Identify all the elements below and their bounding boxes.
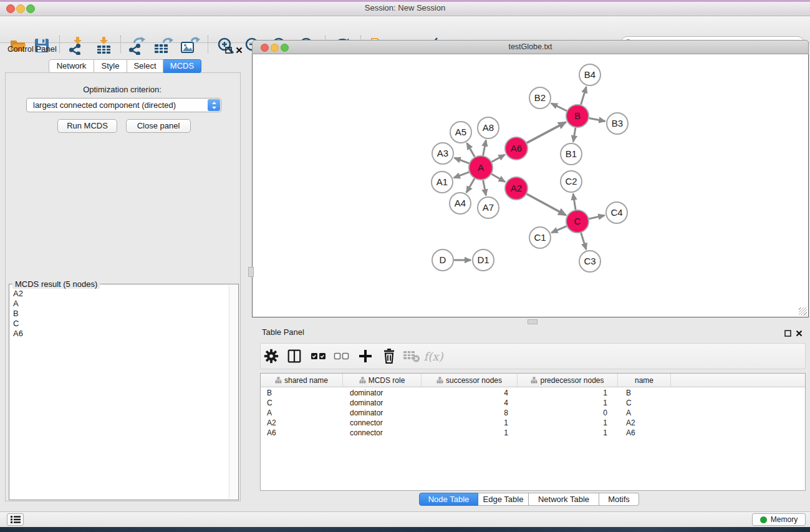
mcds-result-item[interactable]: C: [13, 319, 229, 329]
graph-edge-B-B4[interactable]: [581, 87, 587, 105]
split-divider-handle[interactable]: [248, 267, 254, 277]
table-cell[interactable]: A: [618, 408, 671, 418]
network-window-titlebar[interactable]: testGlobe.txt: [252, 40, 809, 54]
tab-mcds[interactable]: MCDS: [163, 59, 201, 73]
graph-edge-B-B1[interactable]: [573, 128, 576, 142]
mcds-result-scrollbar[interactable]: [229, 285, 238, 499]
column-header-name[interactable]: name: [618, 374, 671, 387]
table-panel-close-icon[interactable]: [796, 328, 803, 339]
graph-edge-A-A4[interactable]: [466, 178, 475, 192]
graph-edge-A-A6[interactable]: [492, 155, 505, 162]
network-close-button[interactable]: [261, 44, 269, 52]
minimize-window-button[interactable]: [16, 4, 25, 13]
close-window-button[interactable]: [6, 4, 15, 13]
graph-edge-A-A2[interactable]: [491, 174, 505, 181]
table-row[interactable]: A6connector11A6: [261, 428, 805, 438]
column-header-successor-nodes[interactable]: successor nodes: [422, 374, 518, 387]
tab-motifs[interactable]: Motifs: [599, 493, 639, 506]
add-column-icon[interactable]: [355, 346, 376, 367]
table-cell[interactable]: 1: [518, 398, 618, 408]
control-panel-close-icon[interactable]: [236, 45, 243, 56]
graph-edge-A-A5[interactable]: [467, 143, 475, 157]
task-history-button[interactable]: [7, 513, 24, 526]
import-table-icon[interactable]: [93, 34, 115, 57]
table-cell[interactable]: 1: [518, 418, 618, 428]
table-cell[interactable]: 8: [422, 408, 518, 418]
import-network-icon[interactable]: [65, 34, 87, 57]
graph-edge-A-A1[interactable]: [454, 172, 469, 178]
network-maximize-button[interactable]: [281, 44, 289, 52]
table-cell[interactable]: C: [261, 398, 343, 408]
network-canvas[interactable]: B4B2BB3A5A8A6A3AB1A1A2C2A4A7C4CC1DD1C3: [252, 54, 809, 317]
optimization-criterion-select[interactable]: largest connected component (directed): [26, 98, 221, 112]
table-cell[interactable]: 4: [422, 398, 518, 408]
tab-network-table[interactable]: Network Table: [529, 493, 599, 506]
table-cell[interactable]: connector: [343, 428, 422, 438]
table-row[interactable]: Adominator80A: [261, 408, 805, 418]
table-row[interactable]: A2connector11A2: [261, 418, 805, 428]
graph-edge-A2-C[interactable]: [527, 194, 566, 215]
tab-select[interactable]: Select: [127, 59, 163, 73]
mcds-result-item[interactable]: B: [13, 309, 229, 319]
graph-edge-C-C4[interactable]: [589, 215, 605, 219]
table-cell[interactable]: 0: [518, 408, 618, 418]
table-row[interactable]: Cdominator41C: [261, 398, 805, 408]
column-header-shared-name[interactable]: shared name: [261, 374, 343, 387]
table-cell[interactable]: dominator: [343, 388, 422, 398]
maximize-window-button[interactable]: [26, 4, 35, 13]
graph-edge-A6-B[interactable]: [527, 122, 566, 143]
table-cell[interactable]: 1: [518, 388, 618, 398]
mcds-result-item[interactable]: A6: [13, 329, 229, 339]
table-cell[interactable]: C: [618, 398, 671, 408]
tab-style[interactable]: Style: [94, 59, 127, 73]
table-cell[interactable]: B: [261, 388, 343, 398]
memory-button[interactable]: Memory: [752, 513, 806, 526]
table-cell[interactable]: A2: [618, 418, 671, 428]
mcds-result-item[interactable]: A: [13, 299, 229, 309]
graph-edge-A-A8[interactable]: [483, 140, 486, 156]
tab-network[interactable]: Network: [49, 59, 94, 73]
table-cell[interactable]: A6: [618, 428, 671, 438]
table-panel-float-icon[interactable]: [784, 328, 791, 339]
export-table-icon[interactable]: [152, 34, 175, 57]
window-resize-grip[interactable]: [799, 307, 807, 316]
graph-edge-C-C2[interactable]: [573, 194, 576, 210]
mcds-result-list[interactable]: A2ABCA6: [10, 286, 229, 499]
table-cell[interactable]: 1: [422, 418, 518, 428]
delete-table-icon[interactable]: [401, 346, 422, 367]
columns-icon[interactable]: [284, 346, 305, 367]
tab-edge-table[interactable]: Edge Table: [478, 493, 529, 506]
export-image-icon[interactable]: [179, 34, 201, 57]
mcds-result-item[interactable]: A2: [13, 289, 229, 299]
graph-edge-B-B2[interactable]: [551, 104, 567, 111]
table-cell[interactable]: connector: [343, 418, 422, 428]
control-panel-float-icon[interactable]: [225, 45, 232, 56]
column-header-mcds-role[interactable]: MCDS role: [343, 374, 422, 387]
network-minimize-button[interactable]: [271, 44, 279, 52]
run-mcds-button[interactable]: Run MCDS: [57, 119, 117, 133]
graph-edge-A-A7[interactable]: [483, 180, 486, 196]
tab-node-table[interactable]: Node Table: [419, 493, 478, 506]
graph-edge-B-B3[interactable]: [589, 118, 605, 122]
close-panel-button[interactable]: Close panel: [126, 119, 191, 133]
split-divider-handle[interactable]: [528, 319, 538, 324]
graph-edge-C-C3[interactable]: [581, 233, 586, 249]
table-cell[interactable]: A: [261, 408, 343, 418]
table-cell[interactable]: A6: [261, 428, 343, 438]
table-cell[interactable]: A2: [261, 418, 343, 428]
delete-column-icon[interactable]: [378, 346, 400, 367]
gear-icon[interactable]: [261, 346, 282, 367]
table-cell[interactable]: dominator: [343, 398, 422, 408]
column-header-predecessor-nodes[interactable]: predecessor nodes: [518, 374, 618, 387]
network-graph[interactable]: B4B2BB3A5A8A6A3AB1A1A2C2A4A7C4CC1DD1C3: [253, 54, 808, 316]
table-row[interactable]: Bdominator41B: [261, 388, 805, 398]
table-cell[interactable]: 1: [422, 428, 518, 438]
function-builder-icon[interactable]: f(x): [423, 346, 444, 367]
table-cell[interactable]: 1: [518, 428, 618, 438]
export-network-icon[interactable]: [125, 34, 148, 57]
table-cell[interactable]: B: [618, 388, 671, 398]
graph-edge-A-A3[interactable]: [455, 158, 470, 163]
graph-edge-C-C1[interactable]: [551, 226, 566, 233]
select-all-icon[interactable]: [308, 346, 329, 367]
deselect-all-icon[interactable]: [330, 346, 352, 367]
